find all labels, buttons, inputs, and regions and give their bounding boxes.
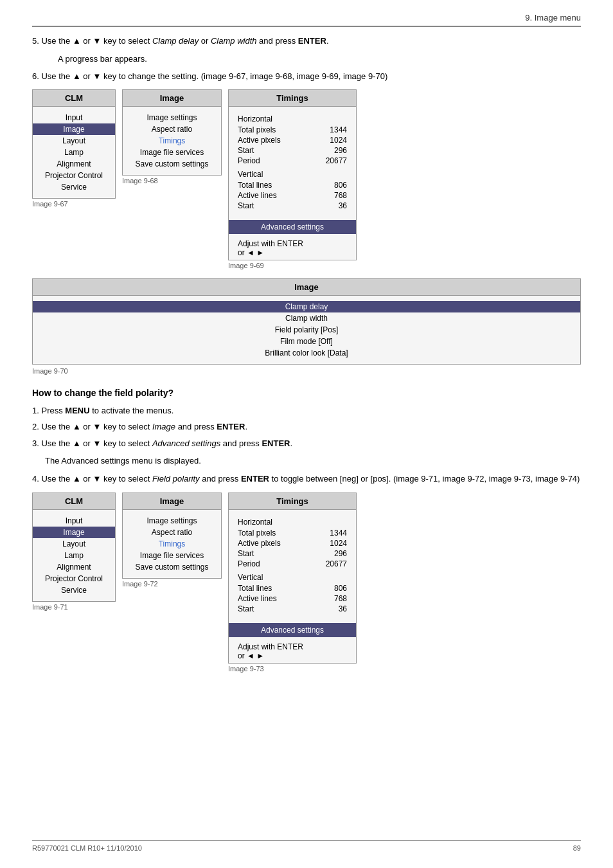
timings-row-active-lines-2: Active lines 768 [238,593,347,604]
clamp-item-delay: Clamp delay [33,301,580,312]
step-2-3-bold: ENTER [262,439,290,448]
img-item-file-1: Image file services [123,147,221,158]
step-2-1-bold: MENU [65,406,89,415]
timings-row-period-1: Period 20677 [238,156,347,166]
clm-item-service-1: Service [33,181,115,193]
clm-menu-2: CLM Input Image Layout Lamp Alignment Pr… [32,493,116,611]
timings-advanced-2: Advanced settings [229,623,356,637]
page-header: 9. Image menu [32,13,581,27]
img-item-file-2: Image file services [123,550,221,561]
clm-item-alignment-1: Alignment [33,158,115,170]
timings-row-start-h-2: Start 296 [238,548,347,559]
timings-horiz-label-1: Horizontal [238,114,347,123]
clm-menu-title-2: CLM [33,493,115,510]
step-5: 5. Use the ▲ or ▼ key to select Clamp de… [32,35,581,48]
img-item-save-1: Save custom settings [123,158,221,170]
section2-note: The Advanced settings menu is displayed. [45,455,581,467]
step-2-4: 4. Use the ▲ or ▼ key to select Field po… [32,473,581,485]
clamp-menu-title: Image [33,279,580,296]
timings-image-label-2: Image 9-73 [228,665,357,673]
footer-left: R59770021 CLM R10+ 11/10/2010 [32,844,142,852]
clm-item-layout-1: Layout [33,135,115,147]
img-item-settings-2: Image settings [123,515,221,527]
step-5-text: Use the ▲ or ▼ key to select [41,36,152,46]
clm-image-label-1: Image 9-67 [32,200,116,208]
timings-horiz-label-2: Horizontal [238,518,347,527]
clamp-item-width: Clamp width [33,312,580,324]
step-2-2-italic: Image [152,422,175,431]
clm-item-input-1: Input [33,112,115,123]
timings-box-1: Timings Horizontal Total pixels 1344 Act… [228,89,357,260]
footer-right: 89 [573,844,581,852]
image-menu-title-2: Image [123,493,221,510]
clamp-image-label: Image 9-70 [32,367,581,375]
image-menu-1: Image Image settings Aspect ratio Timing… [122,89,222,185]
clamp-item-brilliant: Brilliant color look [Data] [33,347,580,359]
page-footer: R59770021 CLM R10+ 11/10/2010 89 [32,840,581,852]
clamp-item-field-polarity: Field polarity [Pos] [33,324,580,336]
timings-vert-label-1: Vertical [238,170,347,179]
timings-adjust-keys-2: or ◄ ► [238,651,347,660]
timings-2: Timings Horizontal Total pixels 1344 Act… [228,493,357,673]
timings-row-start-h-1: Start 296 [238,145,347,156]
image-menu-items-2: Image settings Aspect ratio Timings Imag… [123,510,221,578]
step-5-italic2: Clamp width [211,36,257,46]
timings-row-start-v-2: Start 36 [238,604,347,614]
step-6-text: Use the ▲ or ▼ key to change the setting… [41,71,387,81]
timings-row-active-pixels-1: Active pixels 1024 [238,135,347,145]
clm-menu-items-1: Input Image Layout Lamp Alignment Projec… [33,107,115,198]
image-menu-box-2: Image Image settings Aspect ratio Timing… [122,493,222,579]
image-menu-2: Image Image settings Aspect ratio Timing… [122,493,222,588]
clm-image-label-2: Image 9-71 [32,603,116,611]
image-menu-label-2: Image 9-72 [122,580,222,588]
timings-row-period-2: Period 20677 [238,559,347,569]
timings-row-total-pixels-1: Total pixels 1344 [238,125,347,135]
timings-adjust-2: Adjust with ENTER or ◄ ► [229,640,356,663]
step-2-1: 1. Press MENU to activate the menus. [32,404,581,417]
page-header-text: 9. Image menu [525,13,581,23]
clm-item-projector-2: Projector Control [33,573,115,584]
timings-1: Timings Horizontal Total pixels 1344 Act… [228,89,357,269]
clm-item-layout-2: Layout [33,538,115,550]
image-menu-items-1: Image settings Aspect ratio Timings Imag… [123,107,221,175]
clm-item-input-2: Input [33,515,115,527]
timings-content-2: Horizontal Total pixels 1344 Active pixe… [229,510,356,619]
step-5-mid: or [199,36,211,46]
step-5-end: and press [256,36,298,46]
clm-item-lamp-2: Lamp [33,550,115,561]
img-item-timings-1: Timings [123,135,221,147]
step-5-italic1: Clamp delay [152,36,199,46]
clm-menu-items-2: Input Image Layout Lamp Alignment Projec… [33,510,115,601]
timings-title-1: Timings [229,90,356,107]
clm-menu-title-1: CLM [33,90,115,107]
timings-row-total-lines-1: Total lines 806 [238,180,347,190]
images-row-1: CLM Input Image Layout Lamp Alignment Pr… [32,89,581,269]
timings-row-start-v-1: Start 36 [238,201,347,211]
clamp-menu-container: Image Clamp delay Clamp width Field pola… [32,278,581,375]
timings-adjust-keys-1: or ◄ ► [238,248,347,257]
image-menu-title-1: Image [123,90,221,107]
step-6: 6. Use the ▲ or ▼ key to change the sett… [32,70,581,83]
clm-item-image-1: Image [33,123,115,135]
step-5-bold: ENTER [298,36,326,46]
img-item-settings-1: Image settings [123,112,221,123]
clm-item-projector-1: Projector Control [33,170,115,181]
clamp-menu-box: Image Clamp delay Clamp width Field pola… [32,278,581,365]
step-2-2-bold: ENTER [217,422,245,431]
timings-row-total-lines-2: Total lines 806 [238,583,347,593]
clm-item-service-2: Service [33,584,115,596]
timings-image-label-1: Image 9-69 [228,262,357,269]
timings-row-active-pixels-2: Active pixels 1024 [238,538,347,548]
clamp-menu-items: Clamp delay Clamp width Field polarity [… [33,296,580,364]
timings-vert-label-2: Vertical [238,573,347,582]
step-5-note: A progress bar appears. [58,53,581,66]
step-5-num: 5. [32,36,41,46]
clm-item-alignment-2: Alignment [33,561,115,573]
timings-adjust-text-1: Adjust with ENTER [238,239,347,248]
img-item-timings-2: Timings [123,538,221,550]
clamp-item-film-mode: Film mode [Off] [33,336,580,347]
step-2-3: 3. Use the ▲ or ▼ key to select Advanced… [32,437,581,450]
clm-item-lamp-1: Lamp [33,147,115,158]
clm-menu-1: CLM Input Image Layout Lamp Alignment Pr… [32,89,116,208]
img-item-aspect-1: Aspect ratio [123,123,221,135]
